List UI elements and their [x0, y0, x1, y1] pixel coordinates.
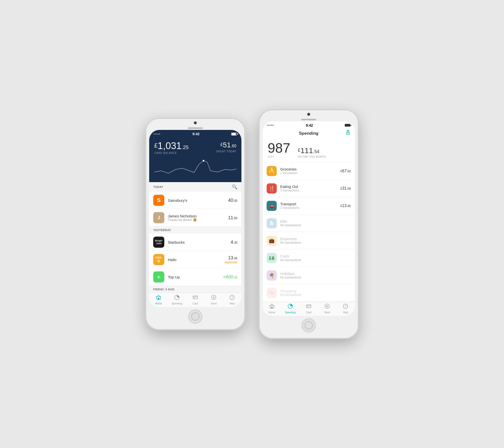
tab-send-1[interactable]: Send [205, 295, 223, 305]
cash-icon: 💵 [267, 253, 277, 263]
eating-name: Eating Out [280, 184, 340, 189]
spending-summary: 987 JULY £111.54 SO FAR THIS MONTH [263, 138, 355, 162]
tab-bar-2: Home Spending Card Send [263, 302, 355, 316]
category-list: 🍌 Groceries 1 transaction £67.00 🍴 Eatin… [263, 162, 355, 302]
today-header: TODAY 🔍 [149, 182, 241, 192]
hailo-amount-wrap: 13.45 expenses [225, 255, 237, 264]
battery-1 [231, 133, 237, 135]
hailo-name: Hailo [168, 258, 225, 262]
cat-shopping[interactable]: 🛍 Shopping No transactions [263, 284, 355, 302]
tab-spending-1[interactable]: Spending [168, 295, 186, 305]
tab-card-2[interactable]: Card [299, 303, 318, 314]
help-tab-label-2: Help [343, 311, 348, 314]
card-tab-icon-1 [193, 295, 198, 301]
tx-topup[interactable]: + Top Up +800.00 [149, 268, 241, 286]
cat-transport[interactable]: 🚗 Transport 1 transactions £13.45 [263, 197, 355, 215]
cat-bills[interactable]: 📄 Bills No transactions [263, 215, 355, 232]
tab-spending-2[interactable]: Spending [281, 303, 299, 314]
tx-hailo[interactable]: HAILO Hailo 13.45 expenses [149, 251, 241, 268]
phone-2: ••••• 9:42 Spending 987 JULY £111. [260, 110, 358, 338]
cat-holidays[interactable]: 🌴 Holidays No transactions [263, 267, 355, 284]
speaker-1 [188, 127, 203, 129]
screen-1: ••••• 9:42 £1,031.25 CARD BALANCE [149, 130, 241, 307]
balance-amount: £1,031.25 [154, 141, 188, 151]
search-button[interactable]: 🔍 [232, 184, 238, 190]
summary-month: JULY [268, 155, 290, 158]
bills-info: Bills No transactions [280, 219, 351, 227]
tab-card-1[interactable]: Card [186, 295, 204, 305]
spent-cents: .60 [231, 144, 236, 148]
shopping-icon: 🛍 [267, 288, 277, 298]
starbucks-amount: 4.30 [231, 240, 237, 245]
spending-tab-label-1: Spending [172, 302, 182, 305]
balance-whole: 1,031 [158, 141, 181, 151]
summary-whole: 111 [300, 146, 313, 155]
sainsburys-name: Sainsbury's [168, 198, 228, 203]
tab-help-1[interactable]: ? Help [223, 295, 241, 305]
topup-amount-wrap: +800.00 [223, 274, 237, 280]
tab-send-2[interactable]: Send [318, 303, 336, 314]
card-tab-label-2: Card [306, 311, 311, 314]
tx-starbucks[interactable]: BurgerJoint Starbucks 4.30 [149, 234, 241, 251]
transport-name: Transport [280, 202, 340, 206]
home-button-2[interactable] [302, 318, 316, 332]
cat-eating-out[interactable]: 🍴 Eating Out 2 transactions £31.09 [263, 180, 355, 197]
tx-sainsburys[interactable]: S Sainsbury's 40.00 [149, 192, 241, 209]
cat-groceries[interactable]: 🍌 Groceries 1 transaction £67.00 [263, 162, 355, 180]
battery-fill-1 [232, 133, 236, 135]
spending-tab-icon-1 [174, 295, 180, 301]
hailo-icon: HAILO [153, 254, 164, 265]
groceries-sub: 1 transaction [280, 171, 340, 175]
topup-name: Top Up [168, 275, 223, 279]
james-amount: 11.60 [228, 215, 237, 220]
balance-row: £1,031.25 CARD BALANCE £51.60 SPENT TODA… [154, 141, 236, 154]
transport-icon: 🚗 [267, 201, 277, 211]
svg-rect-4 [193, 296, 198, 299]
send-tab-icon-2 [324, 303, 330, 310]
transactions-screen: TODAY 🔍 S Sainsbury's 40.00 J James Nich… [149, 182, 241, 293]
tx-james[interactable]: J James Nicholson Thanks for dinner! 🍔 1… [149, 209, 241, 227]
today-label: TODAY [153, 185, 163, 188]
svg-text:?: ? [345, 304, 346, 308]
signal-dots-1: ••••• [154, 133, 161, 135]
battery-2 [345, 124, 350, 127]
eating-amount: £31.09 [340, 186, 351, 191]
spending-tab-icon-2 [288, 303, 293, 310]
share-button[interactable] [345, 130, 351, 137]
spent-today: £51.60 SPENT TODAY [216, 141, 236, 153]
spending-nav: Spending [263, 128, 355, 138]
bills-sub: No transactions [280, 223, 351, 227]
eating-sub: 2 transactions [280, 189, 340, 192]
phone-1: ••••• 9:42 £1,031.25 CARD BALANCE [146, 119, 244, 329]
james-avatar: J [153, 212, 164, 223]
card-tab-label-1: Card [193, 302, 198, 305]
cash-name: Cash [280, 254, 351, 258]
home-header: £1,031.25 CARD BALANCE £51.60 SPENT TODA… [149, 137, 241, 182]
tab-bar-1: Home Spending Card Send [149, 293, 241, 307]
chart-svg [154, 157, 236, 177]
cat-expenses[interactable]: 💼 Expenses No transactions [263, 232, 355, 249]
summary-left: 987 JULY [268, 141, 290, 158]
spending-tab-label-2: Spending [285, 311, 296, 314]
battery-icon-2 [345, 124, 350, 127]
holidays-sub: No transactions [280, 276, 351, 279]
tab-home-1[interactable]: Home [149, 295, 168, 305]
home-tab-label-2: Home [268, 311, 275, 314]
james-sub: Thanks for dinner! 🍔 [168, 218, 228, 222]
expenses-name: Expenses [280, 237, 351, 241]
transport-sub: 1 transactions [280, 206, 340, 210]
friday-label: FRIDAY, 5 AUG [153, 288, 175, 291]
spent-whole: 51 [223, 141, 231, 149]
balance-chart [154, 157, 236, 177]
starbucks-amount-wrap: 4.30 [231, 240, 237, 245]
tab-help-2[interactable]: ? Help [336, 303, 355, 314]
home-button-1[interactable] [188, 310, 202, 324]
sainsburys-amount: 40.00 [228, 198, 237, 203]
svg-text:?: ? [231, 296, 233, 299]
cat-cash[interactable]: 💵 Cash No transactions [263, 249, 355, 267]
svg-rect-16 [306, 305, 311, 308]
time-1: 9:42 [193, 132, 200, 136]
balance-cents: .25 [181, 145, 188, 150]
sainsburys-icon: S [153, 195, 164, 206]
tab-home-2[interactable]: Home [263, 303, 281, 314]
